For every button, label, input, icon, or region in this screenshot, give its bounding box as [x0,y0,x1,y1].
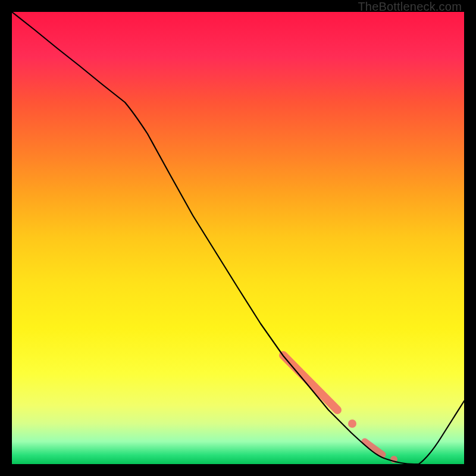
chart-svg [12,12,464,464]
chart-frame: TheBottleneck.com [0,0,476,476]
highlight-dot-1 [348,419,356,428]
watermark-label: TheBottleneck.com [358,0,462,14]
bottleneck-line [12,12,464,464]
highlight-band-main [283,355,337,410]
plot-area [12,12,464,464]
